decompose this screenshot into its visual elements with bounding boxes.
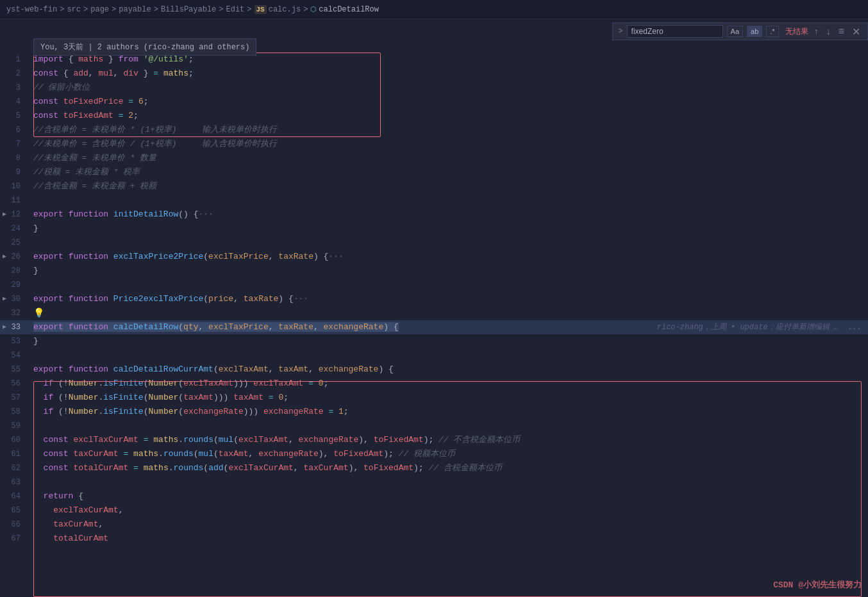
line-number: 2 [0,69,31,78]
code-line-3: 3 // 保留小数位 [0,81,868,95]
line-content: if (!Number.isFinite(Number(exchangeRate… [31,405,868,419]
code-line-61: 61 const taxCurAmt = maths.rounds(mul(ta… [0,447,868,461]
line-number: 53 [0,337,31,346]
breadcrumb-part[interactable]: Edit [226,5,245,14]
line-number: 59 [0,421,31,430]
code-line-5: 5 const toFixedAmt = 2; [0,109,868,123]
search-close-button[interactable]: ✕ [850,26,862,38]
search-next-button[interactable]: ↓ [824,26,833,37]
line-number: 29 [0,281,31,290]
breadcrumb-part[interactable]: src [67,5,81,14]
line-content: } [31,222,868,236]
breadcrumb-part[interactable]: payable [119,5,151,14]
git-blame-text: rico-zhang，上周 • update：应付单新增编辑 … ... [657,320,862,334]
code-line-7: 7 //未税单价 = 含税单价 / (1+税率) 输入含税单价时执行 [0,137,868,151]
code-editor: You, 3天前 | 2 authors (rico-zhang and oth… [0,19,868,597]
collapse-arrow[interactable]: ▶ [3,323,6,331]
search-prev-button[interactable]: ↑ [812,26,821,37]
line-number: 9 [0,168,31,177]
code-line-63: 63 [0,475,868,489]
regex-button[interactable]: .* [766,26,778,37]
line-content: totalCurAmt [31,532,868,546]
line-number: 32 [0,309,31,318]
line-content: return { [31,489,868,503]
breadcrumb-sep: > [247,5,251,14]
line-number: 24 [0,224,31,233]
code-line-33: ▶ 33 export function calcDetailRow(qty, … [0,320,868,334]
breadcrumb-sep: > [60,5,64,14]
author-tooltip: You, 3天前 | 2 authors (rico-zhang and oth… [33,38,256,56]
code-line-2: 2 const { add, mul, div } = maths; [0,67,868,81]
line-number: 3 [0,83,31,92]
code-line-62: 62 const totalCurAmt = maths.rounds(add(… [0,461,868,475]
line-number: 57 [0,393,31,402]
line-content: //未税单价 = 含税单价 / (1+税率) 输入含税单价时执行 [31,137,868,151]
line-content: const { add, mul, div } = maths; [31,67,868,81]
search-menu-button[interactable]: ≡ [837,26,846,37]
collapse-arrow[interactable]: ▶ [3,295,6,302]
code-lines: 1 import { maths } from '@/utils'; 2 con… [0,53,868,546]
collapse-arrow[interactable]: ▶ [3,252,6,260]
code-line-29: 29 [0,278,868,292]
breadcrumb-part[interactable]: calc.js [269,5,301,14]
line-number: 67 [0,534,31,543]
line-number: 8 [0,154,31,163]
line-content: export function calcDetailRow(qty, exclT… [31,320,868,334]
component-icon: ⬡ [310,5,317,13]
line-number: 55 [0,365,31,374]
collapse-arrow[interactable]: ▶ [3,210,6,218]
line-number: 66 [0,520,31,529]
line-number: 28 [0,266,31,275]
code-line-11: 11 [0,193,868,208]
line-content: export function calcDetailRowCurrAmt(exc… [31,363,868,377]
breadcrumb-part[interactable]: BillsPayable [161,5,216,14]
line-number: 6 [0,126,31,135]
line-content: exclTaxCurAmt, [31,503,868,518]
code-line-57: 57 if (!Number.isFinite(Number(taxAmt)))… [0,391,868,405]
code-line-67: 67 totalCurAmt [0,532,868,546]
js-file-icon: JS [255,5,267,14]
line-content: } [31,334,868,348]
line-content: const taxCurAmt = maths.rounds(mul(taxAm… [31,447,868,461]
match-case-button[interactable]: Aa [727,26,743,37]
code-line-65: 65 exclTaxCurAmt, [0,503,868,518]
line-number: 25 [0,238,31,247]
code-line-56: 56 if (!Number.isFinite(Number(exclTaxAm… [0,377,868,391]
code-line-9: 9 //税额 = 未税金额 * 税率 [0,165,868,179]
code-line-60: 60 const exclTaxCurAmt = maths.rounds(mu… [0,433,868,447]
breadcrumb-part[interactable]: page [90,5,109,14]
code-line-58: 58 if (!Number.isFinite(Number(exchangeR… [0,405,868,419]
code-line-10: 10 //含税金额 = 未税金额 + 税额 [0,179,868,193]
code-line-30: ▶ 30 export function Price2exclTaxPrice(… [0,292,868,306]
breadcrumb-bar: yst-web-fin > src > page > payable > Bil… [0,0,868,19]
line-number: 62 [0,464,31,473]
line-content: const toFixedPrice = 6; [31,95,868,109]
line-number: ▶ 26 [0,252,31,261]
code-line-24: 24 } [0,222,868,236]
code-line-4: 4 const toFixedPrice = 6; [0,95,868,109]
line-number: 4 [0,97,31,106]
line-content: const exclTaxCurAmt = maths.rounds(mul(e… [31,433,868,447]
code-line-66: 66 taxCurAmt, [0,518,868,532]
line-number: 58 [0,407,31,416]
search-bar: > Aa ab .* 无结果 ↑ ↓ ≡ ✕ [612,22,868,40]
line-number: 5 [0,111,31,120]
line-number: 63 [0,478,31,487]
line-content: export function exclTaxPrice2Price(exclT… [31,250,868,264]
breadcrumb-part[interactable]: yst-web-fin [6,5,57,14]
line-number: ▶ 33 [0,323,31,332]
line-number: 64 [0,492,31,501]
code-line-64: 64 return { [0,489,868,503]
line-number: 61 [0,450,31,459]
line-number: 54 [0,351,31,360]
line-number: 1 [0,55,31,64]
whole-word-button[interactable]: ab [747,26,762,37]
line-content: if (!Number.isFinite(Number(taxAmt))) ta… [31,391,868,405]
line-number: 60 [0,436,31,445]
search-input[interactable] [627,25,723,38]
code-line-54: 54 [0,348,868,363]
line-content: const totalCurAmt = maths.rounds(add(exc… [31,461,868,475]
code-line-59: 59 [0,419,868,433]
line-number: 56 [0,379,31,388]
line-content: //税额 = 未税金额 * 税率 [31,165,868,179]
